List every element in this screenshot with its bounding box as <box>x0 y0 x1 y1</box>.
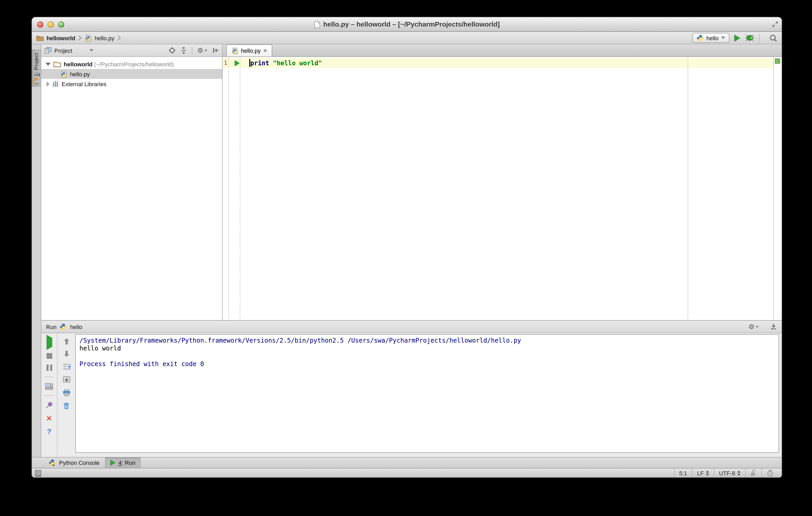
tree-row-hello-py[interactable]: hello.py <box>41 69 222 79</box>
panel-header-divider <box>192 47 193 54</box>
zoom-window-button[interactable] <box>58 22 64 28</box>
expanded-arrow-icon[interactable] <box>46 62 51 65</box>
up-stack-trace-icon[interactable] <box>63 338 70 345</box>
caret-position-widget[interactable]: 5:1 <box>674 468 692 477</box>
print-icon[interactable] <box>62 389 70 396</box>
python-file-icon <box>85 34 92 41</box>
toolbar-divider <box>45 376 53 377</box>
minimize-window-button[interactable] <box>48 22 54 28</box>
project-tool-window-icon <box>33 78 40 85</box>
pause-output-button[interactable] <box>46 365 52 371</box>
current-line-highlight: 1 print "hello world" <box>223 58 773 68</box>
updown-arrows-icon <box>706 470 709 476</box>
search-icon[interactable] <box>769 34 778 42</box>
run-configuration-select[interactable]: hello <box>692 33 730 43</box>
project-tree: helloworld (~/PycharmProjects/helloworld… <box>41 57 222 89</box>
breadcrumb-label: helloworld <box>47 35 75 41</box>
chevron-down-icon[interactable] <box>90 49 94 52</box>
editor-row: Project <box>41 44 782 320</box>
project-tool-window-button[interactable]: 1: Project <box>32 50 41 87</box>
toggle-tool-buttons-icon[interactable] <box>35 470 41 476</box>
tree-item-label: External Libraries <box>62 81 106 87</box>
fullscreen-arrows-icon[interactable] <box>772 21 779 28</box>
readonly-lock-icon[interactable] <box>745 468 761 477</box>
encoding-widget[interactable]: UTF-8 <box>714 468 745 477</box>
stop-button[interactable] <box>46 353 52 359</box>
tree-row-external-libraries[interactable]: External Libraries <box>41 79 222 89</box>
collapse-all-icon[interactable] <box>180 47 187 54</box>
line-separator-widget[interactable]: LF <box>692 468 714 477</box>
hide-tool-window-icon[interactable] <box>770 323 777 330</box>
tool-window-bar: Python Console 4: Run <box>32 457 782 468</box>
breadcrumb-hello-py[interactable]: hello.py <box>85 34 114 41</box>
run-tab-play-icon <box>110 460 115 466</box>
hide-panel-icon[interactable] <box>212 47 219 54</box>
tab-hello-py[interactable]: hello.py × <box>226 44 272 56</box>
run-panel-body: ✕ ? <box>41 333 782 457</box>
console-line: Process finished with exit code 0 <box>80 360 775 368</box>
inspection-stripe[interactable] <box>773 57 782 320</box>
tree-item-label: hello.py <box>70 71 90 77</box>
python-logo-icon <box>60 323 67 330</box>
content-column: Project <box>41 44 782 457</box>
run-button[interactable] <box>734 34 741 41</box>
toolbar-divider <box>759 34 760 42</box>
folder-icon <box>53 61 61 67</box>
debug-bug-icon[interactable] <box>745 34 755 42</box>
soft-wrap-icon[interactable] <box>62 363 70 370</box>
scroll-to-end-icon[interactable] <box>62 376 70 383</box>
panel-settings-gear-icon[interactable]: ⚙ <box>197 47 207 54</box>
inspection-ok-indicator[interactable] <box>775 59 780 64</box>
project-panel-title: Project <box>54 47 72 54</box>
run-console-output[interactable]: /System/Library/Frameworks/Python.framew… <box>75 334 779 453</box>
pin-tab-icon[interactable] <box>46 402 53 409</box>
project-panel: Project <box>41 44 223 320</box>
gutter-run-icon[interactable] <box>235 60 240 66</box>
run-settings-gear-icon[interactable]: ⚙ <box>749 323 759 330</box>
console-line: hello world <box>80 345 775 353</box>
pycharm-window: hello.py – helloworld – [~/PycharmProjec… <box>31 17 782 478</box>
close-tool-window-icon[interactable]: ✕ <box>46 415 52 422</box>
breadcrumb-label: hello.py <box>94 35 114 41</box>
project-view-icon <box>45 47 52 54</box>
code-text: print "hello world" <box>250 59 322 67</box>
title-bar[interactable]: hello.py – helloworld – [~/PycharmProjec… <box>32 17 782 32</box>
breadcrumb-chevron-icon <box>116 35 121 40</box>
run-tab[interactable]: 4: Run <box>105 457 141 468</box>
tree-row-helloworld[interactable]: helloworld (~/PycharmProjects/helloworld… <box>41 59 222 69</box>
tab-label: hello.py <box>241 48 261 54</box>
desktop-background: hello.py – helloworld – [~/PycharmProjec… <box>0 0 812 516</box>
tab-close-icon[interactable]: × <box>263 48 267 54</box>
locate-file-icon[interactable] <box>169 47 176 54</box>
console-line: /System/Library/Frameworks/Python.framew… <box>80 337 775 345</box>
breadcrumb-helloworld[interactable]: helloworld <box>36 35 75 41</box>
encoding-value: UTF-8 <box>719 470 735 476</box>
project-stripe-label: 1: Project <box>33 53 39 77</box>
document-icon <box>314 21 320 28</box>
help-icon[interactable]: ? <box>47 428 51 435</box>
python-file-icon <box>231 47 238 54</box>
python-console-tab[interactable]: Python Console <box>44 457 105 468</box>
down-stack-trace-icon[interactable] <box>63 351 70 357</box>
collapsed-arrow-icon[interactable] <box>47 81 50 86</box>
updown-arrows-icon <box>737 470 741 476</box>
python-console-label: Python Console <box>59 460 99 466</box>
editor-tab-bar: hello.py × <box>223 44 782 57</box>
toolbar-divider <box>45 395 53 396</box>
right-margin-guide <box>688 57 688 320</box>
line-number[interactable]: 1 <box>223 60 227 66</box>
python-console-icon <box>49 459 56 466</box>
navigation-bar: helloworld hello.py hello <box>32 32 782 44</box>
code-editor[interactable]: 1 print "hello world" <box>223 57 782 320</box>
traffic-lights <box>37 22 64 28</box>
rerun-button[interactable] <box>46 338 52 347</box>
python-file-icon <box>60 70 67 78</box>
clear-console-trash-icon[interactable] <box>63 402 70 409</box>
console-line <box>80 353 775 360</box>
restore-layout-icon[interactable] <box>45 383 53 390</box>
run-panel-header: Run hello ⚙ <box>41 321 782 333</box>
inspections-hector-icon[interactable] <box>761 468 779 477</box>
project-panel-header: Project <box>41 44 222 57</box>
close-window-button[interactable] <box>37 22 44 28</box>
left-tool-window-stripe: 1: Project <box>32 44 41 457</box>
